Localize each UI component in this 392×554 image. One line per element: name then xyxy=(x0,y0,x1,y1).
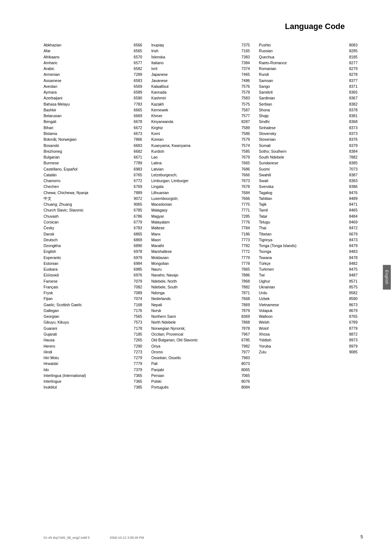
list-item: Quechua8185 xyxy=(259,54,363,60)
language-name: Burmese xyxy=(44,160,130,166)
language-name: Lingala xyxy=(151,184,237,189)
language-name: Polski xyxy=(151,378,237,384)
list-item: Occitan; Provencal7967 xyxy=(151,331,256,337)
list-item: Nauru7865 xyxy=(151,266,256,272)
language-code: 6565 xyxy=(130,48,142,54)
list-item: Türkçe8482 xyxy=(259,260,363,266)
language-name: Chechen xyxy=(44,184,130,189)
language-code: 7686 xyxy=(237,166,250,172)
language-name: Oriya xyxy=(151,343,237,349)
language-code: 8471 xyxy=(345,201,358,207)
list-item: Tonga (Tonga Islands)8479 xyxy=(259,243,363,249)
language-name: Ndonga xyxy=(151,290,237,296)
language-name: Serbian xyxy=(259,101,345,107)
language-code: 7365 xyxy=(130,378,142,384)
list-item: Sotho; Southern8384 xyxy=(259,148,363,154)
list-item: Sango8371 xyxy=(259,83,363,89)
language-name: Sanskrit xyxy=(259,89,345,95)
language-code: 7668 xyxy=(237,296,250,301)
language-code: 6582 xyxy=(130,66,142,71)
language-code: 7065 xyxy=(237,373,250,378)
language-code: 7665 xyxy=(237,160,250,166)
list-item: Manx7186 xyxy=(151,231,256,237)
language-code: 7465 xyxy=(237,71,250,77)
language-code: 7383 xyxy=(237,54,250,60)
language-code: 8065 xyxy=(237,367,250,373)
language-name: Marshallese xyxy=(151,249,237,254)
list-item: Sundanese8385 xyxy=(259,160,363,166)
list-item: Marshallese7772 xyxy=(151,249,256,254)
list-item: Guarani7178 xyxy=(44,325,148,331)
language-name: Bashkir xyxy=(44,107,130,113)
language-name: Chuvash xyxy=(44,213,130,219)
list-item: Svenska8386 xyxy=(259,184,363,189)
list-item: Bislama6673 xyxy=(44,131,148,136)
list-item: Yoruba8979 xyxy=(259,343,363,349)
language-code: 7776 xyxy=(237,219,250,225)
language-code: 6789 xyxy=(345,319,358,325)
language-name: Tswana xyxy=(259,255,345,260)
language-name: Bokmål, Norwegian xyxy=(44,136,130,142)
language-code: 7678 xyxy=(237,184,250,189)
list-item: Kurdish7585 xyxy=(151,148,256,154)
language-name: Íslenska xyxy=(151,54,237,60)
language-code: 7869 xyxy=(237,302,250,308)
language-name: Brezhoneg xyxy=(44,148,130,154)
language-code: 8369 xyxy=(237,313,250,319)
list-item: Khmer7577 xyxy=(151,113,256,119)
language-code: 6979 xyxy=(130,255,142,260)
language-code: 7178 xyxy=(130,325,142,331)
language-code: 7789 xyxy=(130,160,142,166)
language-code: 7577 xyxy=(237,113,250,119)
language-name: Rundi xyxy=(259,71,345,77)
list-item: Assamese6583 xyxy=(44,78,148,83)
language-name: Yiddish xyxy=(259,337,345,343)
language-name: Inuktitut xyxy=(44,384,130,390)
language-name: Chamorro xyxy=(44,178,130,184)
list-item: Esperanto6979 xyxy=(44,255,148,260)
list-item: Tahitian8489 xyxy=(259,196,363,201)
list-item: Tatar8484 xyxy=(259,213,363,219)
language-name: Ndebele, North xyxy=(151,278,237,284)
language-name: Mongolian xyxy=(151,260,237,266)
list-item: 中文9072 xyxy=(44,196,148,201)
list-item: Estonian6984 xyxy=(44,260,148,266)
list-item: Norwegian Nynorsk;7878 xyxy=(151,325,256,331)
language-code: 6785 xyxy=(130,207,142,213)
language-name: Hiri Motu xyxy=(44,355,130,361)
language-name: Magyar xyxy=(151,213,237,219)
language-name: Kurdish xyxy=(151,148,237,154)
language-table: Abkhazian6566Afar6565Afrikaans6570Amhari… xyxy=(44,42,367,390)
list-item: Česky6783 xyxy=(44,225,148,231)
language-code: 8779 xyxy=(345,325,358,331)
language-name: Herero xyxy=(44,343,130,349)
list-item: Pali8073 xyxy=(151,361,256,366)
language-code: 6785 xyxy=(237,337,250,343)
language-name: Irish xyxy=(151,48,237,54)
list-item: Swahili8387 xyxy=(259,172,363,178)
list-item: Français7082 xyxy=(44,284,148,290)
language-code: 7977 xyxy=(237,349,250,355)
language-name: Inupiaq xyxy=(151,42,237,48)
language-name: Latina xyxy=(151,160,237,166)
list-item: Lingala7678 xyxy=(151,184,256,189)
language-code: 7886 xyxy=(237,272,250,278)
language-name: Sotho; Southern xyxy=(259,148,345,154)
language-code: 7486 xyxy=(237,78,250,83)
language-code: 8385 xyxy=(345,160,358,166)
language-name: 中文 xyxy=(44,196,130,201)
list-item: Bihari6672 xyxy=(44,125,148,131)
language-code: 7865 xyxy=(237,266,250,272)
list-item: Euskara6985 xyxy=(44,266,148,272)
language-name: Uighur xyxy=(259,278,345,284)
list-item: Inupiaq7375 xyxy=(151,42,256,48)
column-3: Pushto8083Russian8285Quechua8185Raeto-Ro… xyxy=(259,42,367,355)
language-code: 8469 xyxy=(345,219,358,225)
list-item: Uighur8571 xyxy=(259,278,363,284)
list-item: Macedonian7775 xyxy=(151,201,256,207)
language-name: English xyxy=(44,249,130,254)
language-code: 7868 xyxy=(237,319,250,325)
list-item: Urdu8582 xyxy=(259,290,363,296)
language-name: Old Bulgarian; Old Slavonic xyxy=(151,337,237,343)
list-item: Ndebele, North7868 xyxy=(151,278,256,284)
